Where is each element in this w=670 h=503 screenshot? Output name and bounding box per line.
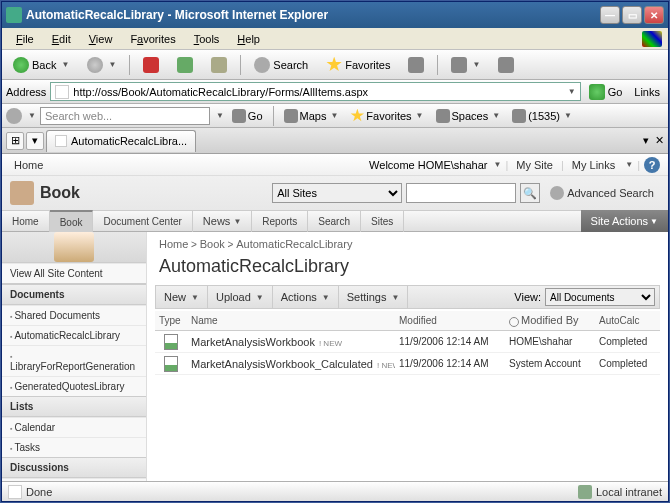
maps-button[interactable]: Maps▼ (280, 109, 343, 123)
tab-search[interactable]: Search (308, 210, 361, 232)
breadcrumb-current: AutomaticRecalcLibrary (236, 238, 352, 250)
tab-reports[interactable]: Reports (252, 210, 308, 232)
sp-search-input[interactable] (406, 183, 516, 203)
search-provider-icon[interactable] (6, 108, 22, 124)
col-type[interactable]: Type (155, 315, 187, 326)
nav-item-calendar[interactable]: Calendar (2, 417, 146, 437)
sb-favorites-label: Favorites (366, 110, 411, 122)
col-modified[interactable]: Modified (395, 315, 505, 326)
breadcrumb-book[interactable]: Book (200, 238, 225, 250)
history-button[interactable] (401, 53, 431, 77)
doc-modified: 11/9/2006 12:14 AM (395, 336, 505, 347)
tab-close-icon[interactable]: ✕ (655, 134, 664, 147)
actions-button[interactable]: Actions▼ (273, 285, 339, 309)
view-select[interactable]: All Documents (545, 288, 655, 306)
history-icon (408, 57, 424, 73)
col-modifiedby[interactable]: Modified By (505, 314, 595, 326)
help-icon[interactable]: ? (644, 157, 660, 173)
go-button[interactable]: Go (585, 84, 627, 100)
tab-news[interactable]: News▼ (193, 210, 252, 232)
nav-item-libraryforreportgeneration[interactable]: LibraryForReportGeneration (2, 345, 146, 376)
tab-book[interactable]: Book (50, 210, 94, 232)
spaces-icon (436, 109, 450, 123)
tablist-button[interactable]: ▾ (26, 132, 44, 150)
menu-edit[interactable]: Edit (44, 31, 79, 47)
nav-item-tasks[interactable]: Tasks (2, 437, 146, 457)
new-button[interactable]: New▼ (156, 285, 208, 309)
excel-icon (164, 356, 178, 372)
quicktabs-button[interactable]: ⊞ (6, 132, 24, 150)
refresh-button[interactable] (170, 53, 200, 77)
new-badge: ! NEW (377, 361, 395, 370)
stop-button[interactable] (136, 53, 166, 77)
window-title: AutomaticRecalcLibrary - Microsoft Inter… (26, 8, 600, 22)
col-autocalc[interactable]: AutoCalc (595, 315, 660, 326)
advanced-search-link[interactable]: Advanced Search (544, 186, 660, 200)
menu-tools[interactable]: Tools (186, 31, 228, 47)
home-button[interactable] (204, 53, 234, 77)
provider-drop-icon[interactable]: ▼ (28, 111, 36, 120)
maximize-button[interactable]: ▭ (622, 6, 642, 24)
tab-label: AutomaticRecalcLibra... (71, 135, 187, 147)
close-button[interactable]: ✕ (644, 6, 664, 24)
site-actions-button[interactable]: Site Actions▼ (581, 210, 668, 232)
sp-search-button[interactable]: 🔍 (520, 183, 540, 203)
page-icon (55, 85, 69, 99)
doc-modifiedby-link[interactable]: HOME\shahar (505, 336, 595, 347)
tab-home[interactable]: Home (2, 210, 50, 232)
table-row[interactable]: MarketAnalysisWorkbook_Calculated! NEW 1… (155, 353, 660, 375)
mysite-link[interactable]: My Site (512, 159, 557, 171)
table-row[interactable]: MarketAnalysisWorkbook! NEW 11/9/2006 12… (155, 331, 660, 353)
address-drop-icon[interactable]: ▼ (568, 87, 576, 96)
col-name[interactable]: Name (187, 315, 395, 326)
nav-item-shared-documents[interactable]: Shared Documents (2, 305, 146, 325)
search-scope-select[interactable]: All Sites (272, 183, 402, 203)
stop-icon (143, 57, 159, 73)
favorites-button[interactable]: Favorites (319, 53, 397, 77)
address-input[interactable]: http://oss/Book/AutomaticRecalcLibrary/F… (50, 82, 580, 101)
breadcrumb-home[interactable]: Home (159, 238, 188, 250)
mail-count-button[interactable]: (1535)▼ (508, 109, 576, 123)
print-icon (498, 57, 514, 73)
tab-sites[interactable]: Sites (361, 210, 404, 232)
minimize-button[interactable]: — (600, 6, 620, 24)
welcome-text[interactable]: Welcome HOME\shahar (369, 159, 487, 171)
search-button[interactable]: Search (247, 53, 315, 77)
back-icon (13, 57, 29, 73)
sp-home-link[interactable]: Home (10, 159, 47, 171)
menu-help[interactable]: Help (229, 31, 268, 47)
nav-item-generatedquoteslibrary[interactable]: GeneratedQuotesLibrary (2, 376, 146, 396)
browser-tab[interactable]: AutomaticRecalcLibra... (46, 130, 196, 152)
new-badge: ! NEW (319, 339, 342, 348)
address-url: http://oss/Book/AutomaticRecalcLibrary/F… (73, 86, 565, 98)
web-search-input[interactable]: Search web... (40, 107, 210, 125)
maps-label: Maps (300, 110, 327, 122)
doc-modifiedby-link[interactable]: System Account (505, 358, 595, 369)
advanced-search-label: Advanced Search (567, 187, 654, 199)
nav-item-automaticrecalclibrary[interactable]: AutomaticRecalcLibrary (2, 325, 146, 345)
settings-button[interactable]: Settings▼ (339, 285, 409, 309)
sb-favorites-button[interactable]: Favorites▼ (346, 109, 427, 123)
tab-tools-icon[interactable]: ▾ (643, 134, 649, 147)
view-all-content-link[interactable]: View All Site Content (2, 263, 146, 284)
search-drop-icon[interactable]: ▼ (216, 111, 224, 120)
menu-file[interactable]: File (8, 31, 42, 47)
mylinks-link[interactable]: My Links (568, 159, 619, 171)
search-go-button[interactable]: Go (228, 109, 267, 123)
print-button[interactable] (491, 53, 521, 77)
back-button[interactable]: Back▼ (6, 53, 76, 77)
doc-name-link[interactable]: MarketAnalysisWorkbook! NEW (187, 336, 395, 348)
spaces-button[interactable]: Spaces▼ (432, 109, 505, 123)
tab-document-center[interactable]: Document Center (93, 210, 192, 232)
search-go-label: Go (248, 110, 263, 122)
links-label[interactable]: Links (630, 86, 664, 98)
menu-view[interactable]: View (81, 31, 121, 47)
table-header: Type Name Modified Modified By AutoCalc (155, 311, 660, 331)
mail-button[interactable]: ▼ (444, 53, 487, 77)
menu-favorites[interactable]: Favorites (122, 31, 183, 47)
maps-icon (284, 109, 298, 123)
site-title[interactable]: Book (40, 184, 80, 202)
doc-name-link[interactable]: MarketAnalysisWorkbook_Calculated! NEW (187, 358, 395, 370)
forward-button[interactable]: ▼ (80, 53, 123, 77)
upload-button[interactable]: Upload▼ (208, 285, 273, 309)
